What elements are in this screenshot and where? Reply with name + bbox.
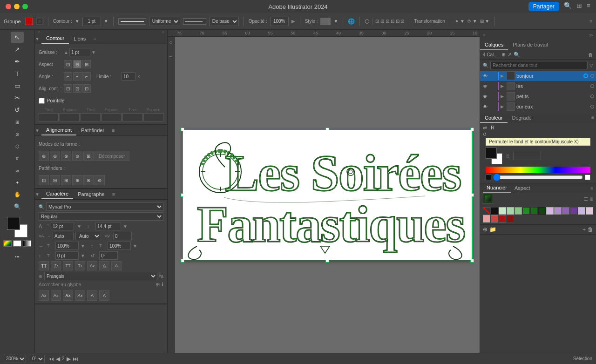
strikethrough-btn[interactable]: A <box>111 261 122 270</box>
super-btn[interactable]: Ax <box>87 261 97 270</box>
layer-curieux-arrow[interactable]: ▶ <box>501 104 505 109</box>
transform1-icon[interactable]: ⬡ <box>365 18 369 25</box>
transform2-icon[interactable]: ✦ ▼ <box>455 19 465 24</box>
underline-btn[interactable]: A <box>99 261 109 270</box>
swatch-darker-red[interactable] <box>507 215 514 222</box>
layer-les[interactable]: 👁 ▶ les <box>480 81 596 91</box>
stroke-style-select[interactable]: Uniforme <box>149 17 180 26</box>
nuancier-thumb[interactable] <box>483 194 493 204</box>
leading-arrow[interactable]: ▼ <box>123 224 128 229</box>
hand-tool[interactable]: ✋ <box>11 189 24 200</box>
alignment-tab[interactable]: Alignement <box>41 125 76 135</box>
contour-value[interactable] <box>82 17 101 26</box>
aa-btn[interactable]: ªa <box>159 274 163 279</box>
accrocher-info[interactable]: ℹ <box>162 282 163 288</box>
opacity-value[interactable] <box>270 17 289 26</box>
grid-icon[interactable]: ⊞ <box>576 2 582 11</box>
transform4-icon[interactable]: ⊞ ▼ <box>480 19 490 24</box>
size-arrow[interactable]: ▼ <box>77 224 81 229</box>
nuancier-tab[interactable]: Nuancier <box>483 183 511 193</box>
zoom-tool[interactable]: 🔍 <box>11 201 24 212</box>
pathfinder-tab[interactable]: Pathfinder <box>76 126 109 135</box>
decomposer-button[interactable]: Décomposer <box>95 151 129 161</box>
espace-input-1[interactable] <box>60 113 80 121</box>
pen-tool[interactable]: ✒ <box>11 56 24 67</box>
layer-bonjour-arrow[interactable]: ▶ <box>501 74 505 78</box>
graisse-arrow-up[interactable]: ▲ <box>64 50 68 55</box>
contour-arrow[interactable]: ▼ <box>75 19 80 24</box>
color-gradient-bar[interactable] <box>486 167 590 173</box>
aspect-btn-3[interactable]: ⊞ <box>82 60 91 68</box>
contour-collapse[interactable]: ▼ <box>35 36 40 41</box>
layer-petits-arrow[interactable]: ▶ <box>501 94 505 99</box>
rotate-tool[interactable]: ↺ <box>11 104 24 115</box>
exclude-btn[interactable]: ⊘ <box>72 151 82 161</box>
more-tools[interactable]: ••• <box>11 251 24 263</box>
paragraphe-tab[interactable]: Paragraphe <box>73 189 109 199</box>
layer-bonjour[interactable]: 👁 ▶ bonjour <box>480 71 596 81</box>
layer-petits[interactable]: 👁 ▶ petits <box>480 91 596 101</box>
transform3-icon[interactable]: ⟳ ▼ <box>467 19 477 24</box>
ax3-btn[interactable]: Ax <box>63 290 73 301</box>
menu-icon[interactable]: ≡ <box>587 2 590 11</box>
pf-btn-3[interactable]: ⊞ <box>61 175 71 185</box>
smallcaps-btn[interactable]: T1 <box>75 261 85 270</box>
couleur-tab[interactable]: Couleur <box>480 114 508 123</box>
swatch-dark-green-3[interactable] <box>538 207 546 215</box>
nuancier-new-icon[interactable]: + <box>582 226 586 233</box>
align-icons[interactable]: ⊡ ⊡ ⊡ ⊡ ⊡ ⊡ <box>375 19 404 24</box>
tiret-input-2[interactable] <box>81 113 101 121</box>
leading-input[interactable] <box>95 222 121 230</box>
last-page-btn[interactable]: ⏭ <box>73 356 78 362</box>
limite-input[interactable] <box>122 72 135 81</box>
swatch-purple-3[interactable] <box>570 207 577 215</box>
baseline-arrow[interactable]: ▼ <box>81 253 85 258</box>
swatch-purple-1[interactable] <box>554 207 562 215</box>
stroke-end-select[interactable]: De base <box>209 17 239 26</box>
swatch-dark-red[interactable] <box>499 215 506 222</box>
aspect-tab[interactable]: Aspect <box>511 184 534 192</box>
swatch-pink-light[interactable] <box>483 215 490 222</box>
swatch-purple-2[interactable] <box>562 207 569 215</box>
opacity-arrow[interactable]: ▶ <box>291 19 295 24</box>
espace-input-2[interactable] <box>102 113 122 121</box>
intersect-btn[interactable]: ⊗ <box>61 151 71 161</box>
scalev-arrow[interactable]: ▼ <box>133 243 137 249</box>
swatch-none[interactable] <box>483 207 490 215</box>
layers-export-icon[interactable]: ↗ <box>508 52 512 58</box>
layers-filter-icon[interactable]: ▽ <box>589 63 593 68</box>
angle-select[interactable]: 0° <box>30 355 45 363</box>
aspect-btn-2[interactable]: ⊟ <box>73 60 81 68</box>
align-btn-1[interactable]: ⊡ <box>64 84 72 93</box>
nuancier-delete-icon[interactable]: 🗑 <box>588 226 593 233</box>
prev-page-btn[interactable]: ◀ <box>56 356 60 362</box>
panel-drag-handle[interactable]: × ≡ <box>35 30 167 34</box>
fill-swatch[interactable] <box>26 18 33 25</box>
graisse-input[interactable] <box>69 48 90 56</box>
swatch-light-purple[interactable] <box>546 207 554 215</box>
swatch-green-2[interactable] <box>515 207 522 215</box>
swatch-light-green[interactable] <box>499 207 506 215</box>
angle-btn-2[interactable]: ⌐ <box>73 72 81 81</box>
angle-btn-1[interactable]: ⌐ <box>64 72 72 81</box>
bw-mode-btn[interactable] <box>23 240 31 247</box>
scaleh-input[interactable] <box>55 242 79 250</box>
align-btn-3[interactable]: ⊡ <box>82 84 91 93</box>
color-mode-btn[interactable] <box>3 240 12 247</box>
espace-input-3[interactable] <box>143 113 163 121</box>
minimize-button[interactable] <box>14 4 20 9</box>
layer-curieux-lock[interactable] <box>490 103 496 110</box>
swatch-black[interactable] <box>491 207 498 215</box>
contour-value-arrow[interactable]: ▼ <box>104 19 108 24</box>
swatch-green-1[interactable] <box>507 207 514 215</box>
font-family-select[interactable]: Myriad Pro <box>46 202 163 211</box>
color-reset-icon[interactable]: ↺ <box>483 132 487 137</box>
warp-tool[interactable]: ⊘ <box>11 128 24 140</box>
scalev-input[interactable] <box>108 242 131 250</box>
black-slider[interactable] <box>493 175 583 180</box>
none-mode-btn[interactable] <box>13 240 21 247</box>
scaleh-arrow[interactable]: ▼ <box>81 243 85 249</box>
shape-tool[interactable]: ▭ <box>11 80 24 91</box>
swatch-pink-1[interactable] <box>586 207 593 215</box>
nuancier-list-icon[interactable]: ☰ <box>584 196 588 202</box>
